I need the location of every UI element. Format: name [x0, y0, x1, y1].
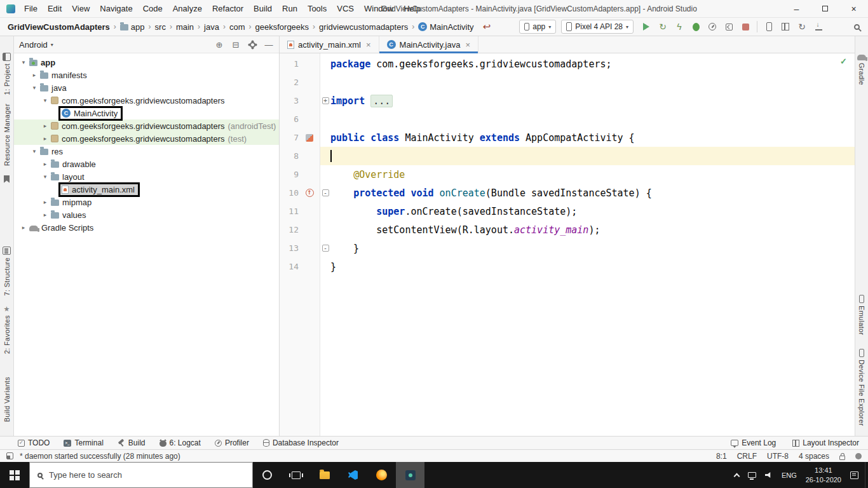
override-method-icon[interactable]: ↑ [306, 189, 314, 197]
tree-collapsed-arrow-icon[interactable]: ▸ [41, 212, 50, 218]
class-gutter-icon[interactable] [306, 134, 313, 142]
tree-expanded-arrow-icon[interactable]: ▾ [30, 148, 39, 154]
menu-edit[interactable]: Edit [43, 0, 67, 18]
tree-collapsed-arrow-icon[interactable]: ▸ [41, 135, 50, 142]
line-separator[interactable]: CRLF [737, 452, 757, 461]
toolwindow-profiler[interactable]: Profiler [215, 438, 249, 447]
tree-collapsed-arrow-icon[interactable]: ▸ [41, 161, 50, 167]
stripe-emulator[interactable]: Emulator [858, 295, 865, 335]
hidden-icons-chevron-icon[interactable] [733, 473, 740, 479]
readonly-lock-icon[interactable] [839, 456, 845, 460]
tree-item-res[interactable]: ▾res [14, 145, 279, 158]
project-view-selector[interactable]: Android ▾ [19, 40, 53, 50]
project-hide-icon[interactable]: — [264, 37, 274, 51]
clock[interactable]: 13:41 26-10-2020 [806, 466, 841, 485]
code-line[interactable]: } [330, 261, 336, 273]
project-locate-icon[interactable]: ⊕ [214, 37, 224, 51]
taskbar-firefox[interactable] [367, 462, 396, 488]
recent-navigation-icon[interactable]: ↩ [483, 21, 491, 32]
code-line[interactable]: super.onCreate(savedInstanceState); [330, 206, 577, 217]
tree-item-drawable[interactable]: ▸drawable [14, 158, 279, 170]
toolbar-run-icon[interactable] [641, 20, 651, 34]
menu-refactor[interactable]: Refactor [207, 0, 248, 18]
close-tab-icon[interactable]: × [366, 40, 371, 50]
tree-item-layout[interactable]: ▾layout [14, 170, 279, 183]
toolbar-search-icon[interactable] [851, 20, 862, 34]
file-encoding[interactable]: UTF-8 [767, 452, 789, 461]
tree-item-com-geeksforgeeks-gridviewcustomadapters-androidtest[interactable]: ▸com.geeksforgeeks.gridviewcustomadapter… [14, 119, 279, 132]
stripe-resource-manager[interactable]: Resource Manager [3, 104, 11, 166]
tree-collapsed-arrow-icon[interactable]: ▸ [19, 224, 28, 231]
fold-minus-icon[interactable]: - [322, 189, 329, 196]
fold-plus-icon[interactable]: + [322, 97, 329, 104]
stripe-7-structure[interactable]: 7: Structure [3, 247, 11, 295]
code-line[interactable]: @Override [330, 169, 405, 180]
breadcrumb-item-gridviewcustomadapters[interactable]: gridviewcustomadapters [318, 22, 409, 32]
close-tab-icon[interactable]: × [465, 40, 470, 50]
action-center-icon[interactable] [850, 471, 858, 479]
taskbar-search[interactable]: Type here to search [29, 462, 253, 488]
taskbar-task-view[interactable] [281, 462, 310, 488]
tree-item-java[interactable]: ▾java [14, 81, 279, 94]
menu-file[interactable]: File [19, 0, 43, 18]
tree-item-manifests[interactable]: ▸manifests [14, 69, 279, 81]
run-configuration-dropdown[interactable]: app ▾ [519, 20, 556, 34]
tree-expanded-arrow-icon[interactable]: ▾ [19, 59, 28, 65]
network-icon[interactable] [748, 472, 756, 478]
tree-item-com-geeksforgeeks-gridviewcustomadapters-test[interactable]: ▸com.geeksforgeeks.gridviewcustomadapter… [14, 132, 279, 145]
toolwindow-layout-inspector[interactable]: Layout Inspector [792, 438, 859, 447]
maximize-button[interactable] [811, 0, 839, 17]
toolbar-apply-changes-icon[interactable]: ↻ [658, 20, 668, 34]
code-line[interactable]: setContentView(R.layout.activity_main); [330, 224, 600, 236]
code-line[interactable]: protected void onCreate(Bundle savedInst… [330, 187, 652, 199]
inspections-profile-icon[interactable] [855, 453, 862, 459]
menu-vcs[interactable]: VCS [332, 0, 359, 18]
toolwindow-6-logcat[interactable]: 6: Logcat [159, 438, 201, 447]
code-line[interactable]: } [330, 243, 359, 254]
tree-collapsed-arrow-icon[interactable]: ▸ [30, 72, 39, 78]
fold-minus-icon[interactable]: - [322, 245, 329, 252]
device-dropdown[interactable]: Pixel 4 API 28 ▾ [561, 20, 634, 34]
toolbar-sdk-manager-icon[interactable] [813, 20, 824, 34]
breadcrumb-item-gridviewcustomadapters[interactable]: GridViewCustomAdapters [6, 22, 111, 32]
code-line[interactable]: package com.geeksforgeeks.gridviewcustom… [330, 58, 612, 70]
caret-position[interactable]: 8:1 [716, 452, 727, 461]
stripe-bookmark-icon[interactable] [4, 175, 10, 183]
menu-code[interactable]: Code [138, 0, 168, 18]
menu-view[interactable]: View [67, 0, 95, 18]
tool-window-switcher-icon[interactable] [6, 452, 13, 459]
start-button[interactable] [0, 462, 29, 488]
menu-build[interactable]: Build [248, 0, 277, 18]
toolbar-attach-debugger-icon[interactable] [724, 20, 734, 34]
breadcrumb-item-main[interactable]: main [175, 22, 195, 32]
stripe-build-variants[interactable]: Build Variants [3, 377, 11, 422]
stripe-2-favorites[interactable]: ★2: Favorites [3, 306, 11, 354]
toolwindow-todo[interactable]: TODO [18, 438, 50, 447]
toolwindow-database-inspector[interactable]: Database Inspector [263, 438, 339, 447]
breadcrumb-item-java[interactable]: java [203, 22, 220, 32]
tab-mainactivity-java[interactable]: CMainActivity.java× [379, 36, 478, 53]
language-indicator[interactable]: ENG [782, 471, 797, 479]
toolbar-gradle-sync-icon[interactable]: ↻ [797, 20, 807, 34]
show-desktop-button[interactable] [865, 462, 868, 488]
stripe-device-file-explorer[interactable]: Device File Explorer [858, 349, 865, 426]
tree-collapsed-arrow-icon[interactable]: ▸ [41, 199, 50, 205]
tree-item-app[interactable]: ▾app [14, 56, 279, 69]
code-line[interactable]: import ... [330, 95, 393, 107]
menu-analyze[interactable]: Analyze [168, 0, 207, 18]
taskbar-cortana[interactable] [253, 462, 281, 488]
taskbar-android-studio[interactable] [396, 462, 424, 488]
breadcrumb-item-src[interactable]: src [154, 22, 167, 32]
toolbar-debug-icon[interactable] [691, 20, 701, 34]
project-settings-icon[interactable] [247, 37, 257, 51]
taskbar-file-explorer[interactable] [310, 462, 339, 488]
tree-expanded-arrow-icon[interactable]: ▾ [30, 85, 39, 91]
tree-item-mipmap[interactable]: ▸mipmap [14, 196, 279, 208]
breadcrumb-item-com[interactable]: com [228, 22, 247, 32]
toolbar-device-manager-icon[interactable] [764, 20, 774, 34]
toolwindow-event-log[interactable]: Event Log [731, 438, 776, 447]
toolbar-stop-icon[interactable] [740, 20, 750, 34]
tab-activity-main-xml[interactable]: activity_main.xml× [280, 36, 379, 53]
tree-item-activity-main-xml[interactable]: activity_main.xml [14, 183, 279, 196]
toolwindow-build[interactable]: Build [118, 438, 146, 447]
